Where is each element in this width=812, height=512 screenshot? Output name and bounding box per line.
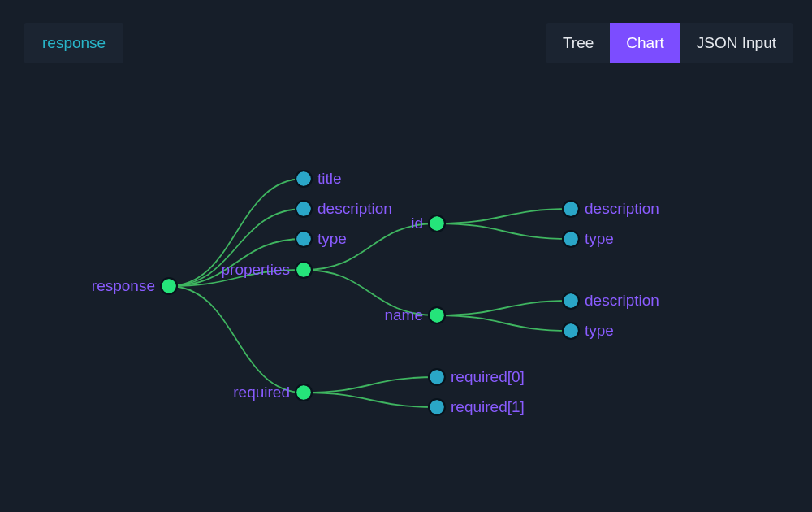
chart-canvas[interactable]: responsetitledescriptiontypepropertiesre… — [0, 65, 812, 512]
tab-json-input[interactable]: JSON Input — [680, 23, 793, 63]
schema-title-chip[interactable]: response — [24, 23, 123, 63]
tab-tree[interactable]: Tree — [546, 23, 610, 63]
node-description[interactable] — [296, 201, 312, 217]
header: response Tree Chart JSON Input — [0, 0, 812, 65]
node-id[interactable] — [429, 215, 445, 232]
view-tabs: Tree Chart JSON Input — [546, 23, 793, 63]
node-name[interactable] — [429, 307, 445, 323]
node-response[interactable] — [161, 278, 177, 294]
node-required[interactable] — [296, 384, 312, 401]
node-type[interactable] — [296, 231, 312, 247]
node-req1[interactable] — [429, 399, 445, 415]
node-name_type[interactable] — [563, 323, 579, 339]
node-name_desc[interactable] — [563, 293, 579, 309]
node-req0[interactable] — [429, 369, 445, 385]
nodes-layer — [0, 65, 812, 512]
node-properties[interactable] — [296, 262, 312, 278]
node-id_desc[interactable] — [563, 201, 579, 217]
node-id_type[interactable] — [563, 231, 579, 247]
tab-chart[interactable]: Chart — [610, 23, 680, 63]
node-title[interactable] — [296, 171, 312, 187]
